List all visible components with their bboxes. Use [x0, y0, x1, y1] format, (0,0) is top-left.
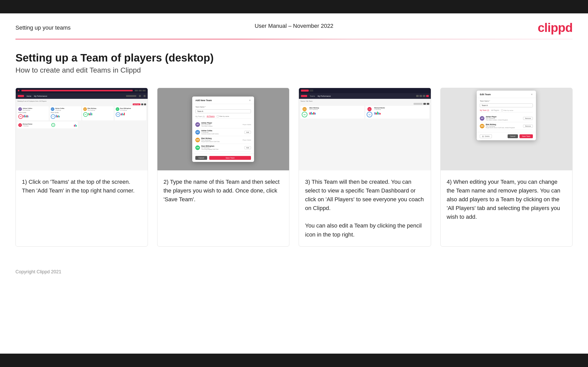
ss1-player-5: RB Richard Butler 2 Handicap 72 [17, 121, 78, 128]
all-players-tab[interactable]: All Players [207, 115, 215, 117]
card-3-text: 3) This Team will then be created. You c… [299, 170, 431, 246]
edit-player-row-bm: BM Blair McHarg Plus Handicap Royal Nort… [480, 122, 533, 130]
add-button-ac[interactable]: Add [244, 131, 251, 134]
add-new-team-modal: Add New Team ✕ Team Name * My Team (2) A… [192, 97, 254, 162]
player-row-ac: AC Adrian Coliba 1 Handicap Central Lond… [195, 128, 251, 136]
edit-all-players-tab[interactable]: All Players [491, 109, 499, 111]
team-name-label: Team Name * [195, 106, 251, 108]
edit-modal-close-icon[interactable]: ✕ [531, 93, 533, 96]
edit-modal-title: Edit Team [480, 93, 491, 96]
avatar-ap: AP [195, 122, 200, 127]
player-list: AP Adrian Player Plus Handicap The Shire… [195, 121, 251, 152]
page-footer: Copyright Clippd 2021 [0, 269, 588, 283]
ss3-breadcrumb: Teams / My Team [300, 100, 429, 102]
my-team-tab[interactable]: My Team (2) [195, 116, 205, 117]
card-4-text: 4) When editing your Team, you can chang… [441, 170, 573, 246]
modal-title: Add New Team [195, 99, 212, 102]
modal-close-icon[interactable]: ✕ [249, 99, 251, 102]
edit-player-info-bm: Blair McHarg Plus Handicap Royal North D… [486, 124, 523, 128]
modal-footer: Cancel Save Team [192, 154, 254, 162]
card-4: Edit Team ✕ Team Name * My Team (2) All … [440, 88, 573, 247]
modal-body: Team Name * My Team (2) All Players Filt… [192, 104, 254, 154]
copyright-text: Copyright Clippd 2021 [15, 269, 61, 274]
card-2-text: 2) Type the name of this Team and then s… [157, 170, 289, 246]
edit-player-row-ap: AP Adrian Player Plus Handicap The Shire… [480, 115, 533, 122]
ss1-players-grid: AP Adrian Collins Plus Handicap Player Q… [17, 106, 146, 120]
edit-avatar-ap: AP [480, 116, 484, 121]
cancel-button[interactable]: Cancel [195, 156, 207, 160]
trash-icon: 🗑 [482, 135, 484, 137]
player-row-ap: AP Adrian Player Plus Handicap The Shire… [195, 121, 251, 128]
player-info-db: Dave Billingham 3.6 Handicap The Ding Ma… [201, 145, 244, 150]
card-1: Home My Performance Viewing 6 out of 9 p… [15, 88, 148, 247]
ss3-nav: Teams My Performance [299, 93, 431, 99]
ss1-player-2: AC Adrian Coliba 1 Handicap Player Quali… [50, 106, 81, 120]
clippd-logo: clippd [538, 21, 573, 35]
ss3-player-2: RB 72 Richard Butler 2 Handicap [365, 106, 429, 119]
player-added-bm: Player Added [243, 139, 251, 141]
page-title: Setting up a Team of players (desktop) [15, 52, 573, 64]
ss3-players-grid: BM 94 Blair McHarg Plus Handicap [300, 106, 429, 119]
ss3-content: Teams / My Team BM 94 [299, 99, 431, 170]
edit-team-name-input[interactable] [480, 103, 533, 107]
ss3-player-1: BM 94 Blair McHarg Plus Handicap [300, 106, 364, 119]
ss1-nav-home: Home [27, 95, 31, 97]
ss1-player-4: DB Dave Billingham 3.6 Handicap 78 [115, 106, 146, 120]
remove-button-bm[interactable]: Remove [523, 125, 533, 128]
ss1-main-content: Viewing 6 out of 9 players from: All Pla… [16, 99, 148, 170]
avatar-bm: BM [195, 138, 200, 142]
add-button-db[interactable]: Add [244, 146, 251, 149]
edit-save-team-button[interactable]: Save Team [519, 134, 533, 138]
screenshot-2: Add New Team ✕ Team Name * My Team (2) A… [157, 88, 289, 170]
delete-button[interactable]: 🗑 Delete [480, 134, 492, 138]
card-2: Add New Team ✕ Team Name * My Team (2) A… [157, 88, 290, 247]
screenshot-1: Home My Performance Viewing 6 out of 9 p… [16, 88, 148, 170]
edit-filter-by-name[interactable]: Filter by name [501, 109, 513, 111]
logo-text: clippd [538, 21, 573, 34]
ss3-topbar [299, 88, 431, 93]
edit-footer-right: Cancel Save Team [508, 134, 533, 138]
edit-avatar-bm: BM [480, 124, 484, 128]
card-3: Teams My Performance Teams / My Team [299, 88, 431, 247]
player-info-ap: Adrian Player Plus Handicap The Shire Lo… [201, 122, 242, 127]
ss1-dot [18, 90, 19, 91]
ss1-breadcrumb: Viewing 6 out of 9 players from: All Pla… [17, 100, 146, 102]
edit-modal-footer: 🗑 Delete Cancel Save Team [477, 132, 536, 140]
modal-header: Add New Team ✕ [192, 97, 254, 104]
avatar-ac: AC [195, 130, 200, 135]
ss1-player-3: BM Blair McHarg Plus Handicap 94 [82, 106, 114, 120]
edit-team-name-label: Team Name * [480, 100, 533, 102]
ss1-player-1: AP Adrian Collins Plus Handicap Player Q… [17, 106, 49, 120]
avatar-db: DB [195, 145, 200, 150]
remove-button-ap[interactable]: Remove [523, 117, 533, 120]
edit-team-modal: Edit Team ✕ Team Name * My Team (2) All … [477, 91, 536, 140]
edit-player-info-ap: Adrian Player Plus Handicap The Shire Lo… [486, 116, 523, 121]
player-row-bm: BM Blair McHarg Plus Handicap Royal Nort… [195, 136, 251, 144]
ss1-nav: Home My Performance [16, 93, 148, 99]
header: Setting up your teams User Manual – Nove… [0, 13, 588, 39]
page-content: Setting up a Team of players (desktop) H… [0, 39, 588, 269]
edit-my-team-tab[interactable]: My Team (2) [480, 109, 489, 111]
bottom-bar [0, 354, 588, 367]
modal-tabs: My Team (2) All Players Filter by name [195, 115, 251, 119]
cards-grid: Home My Performance Viewing 6 out of 9 p… [15, 88, 573, 247]
header-center-text: User Manual – November 2022 [255, 23, 333, 29]
team-name-input[interactable] [195, 109, 251, 113]
edit-modal-tabs: My Team (2) All Players Filter by name [480, 109, 533, 112]
filter-by-name[interactable]: Filter by name [217, 115, 229, 117]
player-row-db: DB Dave Billingham 3.6 Handicap The Ding… [195, 144, 251, 152]
ss1-nav-myplayers: My Performance [34, 95, 47, 97]
screenshot-3: Teams My Performance Teams / My Team [299, 88, 431, 170]
page-subtitle: How to create and edit Teams in Clippd [15, 66, 573, 74]
edit-cancel-button[interactable]: Cancel [508, 134, 518, 138]
ss1-topbar [16, 88, 148, 93]
top-bar [0, 0, 588, 13]
player-added-ap: Player Added [243, 124, 251, 125]
edit-modal-header: Edit Team ✕ [477, 91, 536, 98]
edit-modal-body: Team Name * My Team (2) All Players Filt… [477, 98, 536, 132]
player-info-bm: Blair McHarg Plus Handicap Royal North D… [201, 137, 242, 142]
header-left-text: Setting up your teams [15, 24, 71, 31]
card-1-text: 1) Click on 'Teams' at the top of the sc… [16, 170, 148, 246]
save-team-button[interactable]: Save Team [209, 156, 251, 160]
player-info-ac: Adrian Coliba 1 Handicap Central London … [201, 130, 244, 135]
